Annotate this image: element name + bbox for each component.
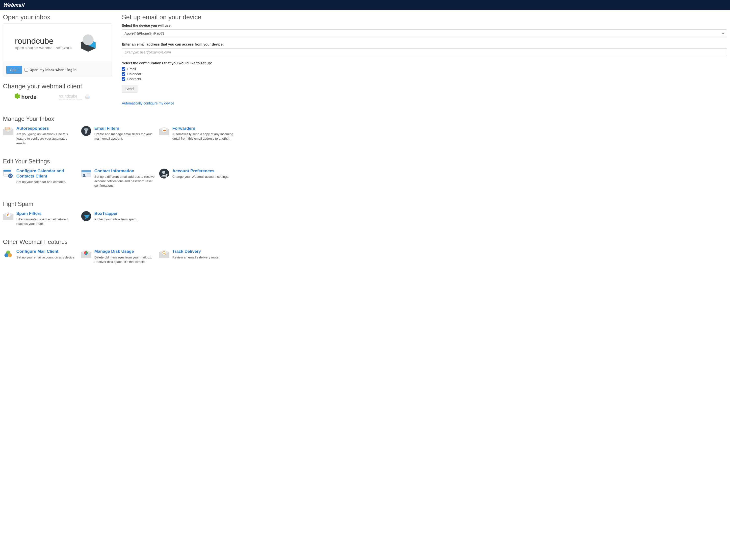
svg-text:@: @ xyxy=(9,174,12,178)
device-select[interactable]: Apple® (iPhone®, iPad®) xyxy=(122,29,727,37)
auto-configure-link[interactable]: Automatically configure my device xyxy=(122,101,174,105)
feature-description: Set up your email account on any device. xyxy=(16,255,78,260)
config-email-checkbox[interactable] xyxy=(122,67,125,71)
gear-icon xyxy=(13,93,20,102)
raygun-icon xyxy=(81,211,91,221)
config-contacts-checkbox[interactable] xyxy=(122,77,125,81)
feature-description: Protect your inbox from spam. xyxy=(94,217,156,222)
svg-rect-24 xyxy=(81,170,91,172)
search-env-icon xyxy=(159,249,169,259)
section-title: Edit Your Settings xyxy=(3,158,727,165)
feature-item: @Configure Calendar and Contacts ClientS… xyxy=(3,168,81,188)
feature-item: Spam FiltersFilter unwanted spam email b… xyxy=(3,211,81,226)
config-calendar-row[interactable]: Calendar xyxy=(122,72,727,76)
config-contacts-row[interactable]: Contacts xyxy=(122,77,727,81)
horde-client-option[interactable]: horde xyxy=(13,93,36,102)
feature-title-link[interactable]: Autoresponders xyxy=(16,126,78,131)
inbox-card: roundcube open source webmail software O… xyxy=(3,24,112,77)
open-button[interactable]: Open xyxy=(6,66,22,74)
feature-section: Fight SpamSpam FiltersFilter unwanted sp… xyxy=(3,201,727,231)
tricolor-icon xyxy=(3,249,13,259)
section-title: Manage Your Inbox xyxy=(3,115,727,122)
svg-point-38 xyxy=(4,253,8,257)
feature-item: Manage Disk UsageDelete old messages fro… xyxy=(81,249,159,264)
feature-item: ForwardersAutomatically send a copy of a… xyxy=(159,126,237,146)
svg-point-2 xyxy=(83,34,94,45)
roundcube-client-option[interactable]: roundcube open source webmail software xyxy=(59,93,91,101)
section-title: Fight Spam xyxy=(3,201,727,207)
feature-title-link[interactable]: Configure Mail Client xyxy=(16,249,78,254)
open-inbox-heading: Open your inbox xyxy=(3,13,112,21)
svg-point-29 xyxy=(162,171,165,174)
feature-title-link[interactable]: Email Filters xyxy=(94,126,156,131)
email-input-label: Enter an email address that you can acce… xyxy=(122,42,727,46)
auto-open-checkbox[interactable] xyxy=(25,68,28,72)
feature-description: Filter unwanted spam email before it rea… xyxy=(16,217,78,226)
feature-item: BoxTrapperProtect your inbox from spam. xyxy=(81,211,159,226)
config-email-row[interactable]: Email xyxy=(122,67,727,71)
setup-heading: Set up email on your device xyxy=(122,13,727,21)
auto-open-checkbox-label[interactable]: Open my inbox when I log in xyxy=(25,68,77,72)
forward-env-icon xyxy=(159,126,169,136)
funnel-icon xyxy=(81,126,91,136)
svg-rect-16 xyxy=(3,170,11,172)
feature-description: Change your Webmail account settings. xyxy=(172,175,234,179)
svg-point-25 xyxy=(83,174,85,176)
feature-section: Other Webmail FeaturesConfigure Mail Cli… xyxy=(3,238,727,269)
feature-description: Set up your calendar and contacts. xyxy=(16,180,78,184)
feature-description: Create and manage email filters for your… xyxy=(94,132,156,141)
config-label: Select the configurations that you would… xyxy=(122,61,727,65)
section-title: Other Webmail Features xyxy=(3,238,727,245)
roundcube-title: roundcube xyxy=(15,36,72,46)
feature-title-link[interactable]: Forwarders xyxy=(172,126,234,131)
feature-item: Email FiltersCreate and manage email fil… xyxy=(81,126,159,146)
email-input[interactable] xyxy=(122,48,727,56)
roundcube-logo-area: roundcube open source webmail software xyxy=(3,24,112,63)
feature-section: Manage Your InboxAUTOAutorespondersAre y… xyxy=(3,115,727,151)
feature-title-link[interactable]: BoxTrapper xyxy=(94,211,156,216)
device-select-label: Select the device you will use: xyxy=(122,24,727,27)
feature-title-link[interactable]: Configure Calendar and Contacts Client xyxy=(16,168,78,179)
feature-description: Review an email's delivery route. xyxy=(172,255,234,260)
pie-env-icon xyxy=(81,249,91,259)
auto-envelope-icon: AUTO xyxy=(3,126,13,136)
feature-item: AUTOAutorespondersAre you going on vacat… xyxy=(3,126,81,146)
change-client-heading: Change your webmail client xyxy=(3,82,112,90)
feature-title-link[interactable]: Account Preferences xyxy=(172,168,234,174)
feature-title-link[interactable]: Track Delivery xyxy=(172,249,234,254)
pencil-env-icon xyxy=(3,211,13,221)
feature-description: Automatically send a copy of any incomin… xyxy=(172,132,234,141)
brand-logo: Webmail xyxy=(3,2,25,8)
roundcube-subtitle: open source webmail software xyxy=(15,46,72,50)
feature-section: Edit Your Settings@Configure Calendar an… xyxy=(3,158,727,193)
feature-item: Contact InformationSet up a different em… xyxy=(81,168,159,188)
svg-point-11 xyxy=(84,128,89,130)
feature-description: Delete old messages from your mailbox. R… xyxy=(94,255,156,264)
calendar-at-icon: @ xyxy=(3,168,13,179)
svg-point-5 xyxy=(86,94,89,97)
feature-item: Configure Mail ClientSet up your email a… xyxy=(3,249,81,264)
feature-title-link[interactable]: Manage Disk Usage xyxy=(94,249,156,254)
roundcube-cube-icon xyxy=(76,33,100,54)
config-calendar-checkbox[interactable] xyxy=(122,72,125,76)
feature-title-link[interactable]: Spam Filters xyxy=(16,211,78,216)
contact-card-icon xyxy=(81,168,91,179)
feature-description: Set up a different email address to rece… xyxy=(94,175,156,188)
feature-title-link[interactable]: Contact Information xyxy=(94,168,156,174)
send-button[interactable]: Send xyxy=(122,85,137,93)
topbar: Webmail xyxy=(0,0,730,10)
user-gear-icon xyxy=(159,168,169,179)
feature-description: Are you going on vacation? Use this feat… xyxy=(16,132,78,146)
feature-item: Account PreferencesChange your Webmail a… xyxy=(159,168,237,188)
svg-point-39 xyxy=(8,253,12,257)
feature-item: Track DeliveryReview an email's delivery… xyxy=(159,249,237,264)
roundcube-cube-icon xyxy=(84,93,91,101)
